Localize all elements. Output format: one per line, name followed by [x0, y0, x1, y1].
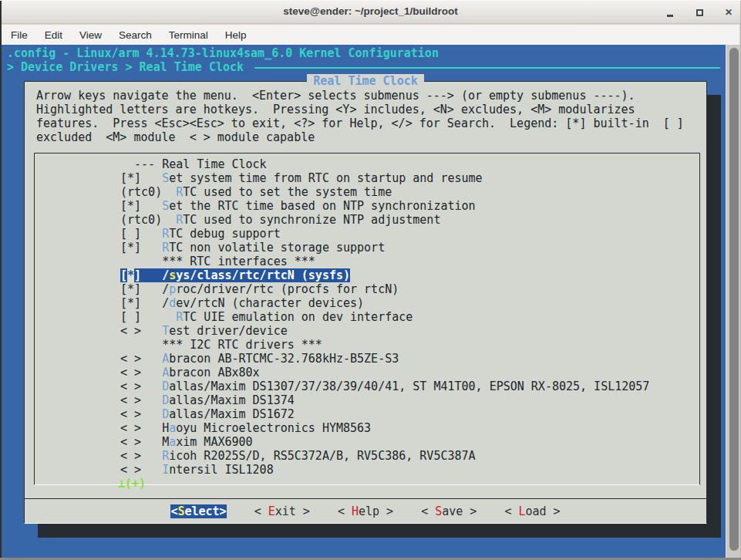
menu-item[interactable]: [*] Set the RTC time based on NTP synchr… [35, 199, 699, 213]
exit-button[interactable]: < Exit > [254, 504, 310, 518]
menu-item[interactable]: [ ] RTC UIE emulation on dev interface [35, 310, 699, 324]
menubar-item-view[interactable]: View [71, 29, 110, 41]
terminal-screen: .config - Linux/arm 4.14.73-linux4sam_6.… [2, 45, 726, 558]
menu-item[interactable]: < > Dallas/Maxim DS1672 [35, 407, 699, 421]
window-controls: ✕ [664, 1, 735, 24]
menu-item: --- Real Time Clock [35, 157, 699, 171]
menu-item-selected[interactable]: [*] /sys/class/rtc/rtcN (sysfs) [35, 268, 699, 282]
window-border-left [0, 1, 2, 560]
menu-item[interactable]: < > Haoyu Microelectronics HYM8563 [35, 421, 699, 435]
instruction-line: excluded <M> module < > module capable [36, 130, 684, 144]
dialog-buttons: <Select>< Exit >< Help >< Save >< Load > [25, 504, 706, 518]
menu-item[interactable]: < > Intersil ISL1208 [35, 463, 699, 477]
menu-item[interactable]: < > Abracon ABx80x [35, 366, 699, 380]
close-icon[interactable]: ✕ [722, 6, 735, 19]
kernel-config-header: .config - Linux/arm 4.14.73-linux4sam_6.… [7, 46, 439, 60]
terminal-window: steve@ender: ~/project_1/buildroot ✕ Fil… [0, 0, 741, 560]
menu-item[interactable]: [*] RTC non volatile storage support [35, 241, 699, 255]
maximize-icon[interactable] [693, 6, 706, 19]
menu-item[interactable]: < > Ricoh R2025S/D, RS5C372A/B, RV5C386,… [35, 449, 699, 463]
scroll-more-indicator: ⊥(+) [118, 477, 146, 492]
menubar-item-file[interactable]: File [2, 29, 36, 41]
menu-item: *** RTC interfaces *** [35, 255, 699, 268]
dialog-title: Real Time Clock [25, 74, 706, 88]
instruction-line: Arrow keys navigate the menu. <Enter> se… [36, 89, 684, 103]
menubar-item-terminal[interactable]: Terminal [160, 29, 217, 41]
titlebar[interactable]: steve@ender: ~/project_1/buildroot ✕ [0, 1, 741, 24]
instruction-line: features. Press <Esc><Esc> to exit, <?> … [36, 116, 684, 130]
breadcrumb: > Device Drivers > Real Time Clock [7, 60, 244, 74]
menu-item[interactable]: [*] Set system time from RTC on startup … [35, 171, 699, 185]
menu-item[interactable]: < > Abracon AB-RTCMC-32.768kHz-B5ZE-S3 [35, 352, 699, 366]
menu-item[interactable]: [*] /dev/rtcN (character devices) [35, 296, 699, 310]
menu-item[interactable]: [ ] RTC debug support [35, 227, 699, 241]
dialog-instructions: Arrow keys navigate the menu. <Enter> se… [36, 89, 684, 144]
menubar-item-search[interactable]: Search [110, 29, 160, 41]
menu-listbox: --- Real Time Clock[*] Set system time f… [34, 153, 700, 485]
help-button[interactable]: < Help > [338, 504, 393, 518]
config-dialog: Real Time Clock Arrow keys navigate the … [24, 81, 707, 524]
minimize-icon[interactable] [664, 6, 676, 19]
menu-item[interactable]: < > Dallas/Maxim DS1307/37/38/39/40/41, … [35, 380, 699, 393]
breadcrumb-rule [254, 67, 720, 69]
menu-item[interactable]: < > Test driver/device [35, 324, 699, 338]
menubar-item-edit[interactable]: Edit [36, 29, 71, 41]
select-button[interactable]: <Select> [170, 504, 226, 518]
menubar-item-help[interactable]: Help [217, 29, 255, 41]
menu-item[interactable]: (rtc0) RTC used to set the system time [35, 185, 699, 199]
menu-item: *** I2C RTC drivers *** [35, 338, 699, 352]
save-button[interactable]: < Save > [421, 504, 477, 518]
menu-item[interactable]: < > Maxim MAX6900 [35, 435, 699, 449]
menu-item[interactable]: (rtc0) RTC used to synchronize NTP adjus… [35, 213, 699, 227]
scrollbar-thumb[interactable] [729, 48, 739, 551]
menu-item[interactable]: [*] /proc/driver/rtc (procfs for rtcN) [35, 282, 699, 296]
instruction-line: Highlighted letters are hotkeys. Pressin… [36, 103, 684, 116]
menubar: FileEditViewSearchTerminalHelp [2, 25, 739, 45]
load-button[interactable]: < Load > [504, 504, 560, 518]
window-title: steve@ender: ~/project_1/buildroot [0, 5, 741, 17]
button-separator [25, 498, 706, 499]
menu-item[interactable]: < > Dallas/Maxim DS1374 [35, 393, 699, 407]
terminal-scrollbar[interactable] [726, 45, 740, 558]
